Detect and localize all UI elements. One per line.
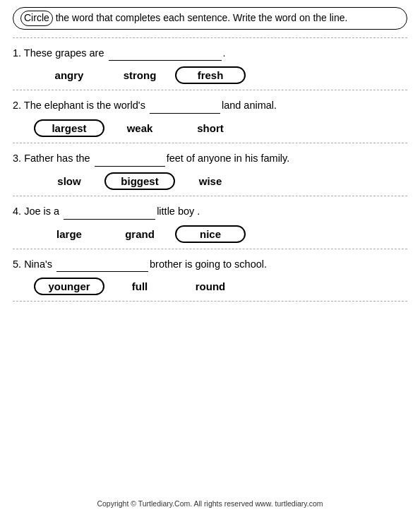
question-4-text: 4. Joe is a little boy .	[13, 203, 407, 220]
question-1-before: These grapes are	[24, 47, 107, 59]
question-4-after: little boy .	[157, 206, 200, 217]
question-3-before: Father has the	[24, 153, 93, 164]
divider-0	[13, 37, 407, 38]
question-5: 5. Nina's brother is going to school.you…	[13, 253, 407, 298]
question-2-before: The elephant is the world's	[24, 100, 148, 111]
question-1-option-2: strong	[104, 69, 175, 81]
question-1-options: angrystrongfresh	[13, 66, 407, 84]
question-4-option-2: grand	[104, 228, 175, 240]
question-2-option-3: short	[175, 122, 246, 134]
worksheet-page: Circle the word that completes each sent…	[0, 0, 420, 512]
question-3-text: 3. Father has the feet of anyone in his …	[13, 150, 407, 167]
question-3-blank	[95, 150, 165, 167]
question-5-number: 5.	[13, 258, 24, 270]
question-1-number: 1.	[13, 47, 24, 59]
question-1-blank	[109, 45, 222, 61]
question-4-option-3: nice	[175, 225, 246, 243]
question-4-blank	[64, 203, 155, 220]
question-3-options: slowbiggestwise	[13, 172, 407, 190]
divider-2	[13, 143, 407, 143]
question-5-option-2: full	[104, 280, 175, 292]
question-1-option-1: angry	[34, 69, 104, 81]
question-4-options: largegrandnice	[13, 225, 407, 243]
question-3-option-1: slow	[34, 175, 104, 187]
question-1-option-3: fresh	[175, 66, 246, 84]
question-1-after: .	[223, 47, 226, 59]
question-3: 3. Father has the feet of anyone in his …	[13, 147, 407, 192]
footer-text: Copyright © Turtlediary.Com. All rights …	[13, 496, 407, 508]
question-2-option-1: largest	[34, 119, 104, 137]
question-4-number: 4.	[13, 206, 24, 217]
question-2-after: land animal.	[222, 100, 277, 111]
divider-4	[13, 249, 407, 249]
question-4-before: Joe is a	[24, 206, 62, 217]
instruction-text: the word that completes each sentence. W…	[56, 12, 348, 23]
questions-container: 1. These grapes are .angrystrongfresh2. …	[13, 42, 407, 306]
question-4: 4. Joe is a little boy .largegrandnice	[13, 200, 407, 245]
question-1: 1. These grapes are .angrystrongfresh	[13, 42, 407, 87]
divider-3	[13, 196, 407, 196]
question-1-text: 1. These grapes are .	[13, 45, 407, 61]
question-5-options: youngerfullround	[13, 278, 407, 295]
question-3-number: 3.	[13, 153, 24, 164]
question-2-options: largestweakshort	[13, 119, 407, 137]
question-3-option-2: biggest	[104, 172, 175, 190]
question-5-blank	[56, 256, 148, 273]
question-4-option-1: large	[34, 228, 104, 240]
question-2: 2. The elephant is the world's land anim…	[13, 94, 407, 139]
question-2-number: 2.	[13, 100, 24, 111]
question-3-after: feet of anyone in his family.	[167, 153, 290, 164]
question-2-text: 2. The elephant is the world's land anim…	[13, 97, 407, 114]
question-5-option-3: round	[175, 280, 246, 292]
divider-5	[13, 301, 407, 302]
question-5-text: 5. Nina's brother is going to school.	[13, 256, 407, 273]
circle-word-instruction: Circle	[20, 11, 53, 26]
question-5-option-1: younger	[34, 278, 104, 295]
question-5-after: brother is going to school.	[150, 258, 267, 270]
question-2-blank	[150, 97, 220, 114]
instructions-box: Circle the word that completes each sent…	[13, 7, 407, 30]
question-2-option-2: weak	[104, 122, 175, 134]
question-3-option-3: wise	[175, 175, 246, 187]
divider-1	[13, 90, 407, 90]
question-5-before: Nina's	[24, 258, 55, 270]
